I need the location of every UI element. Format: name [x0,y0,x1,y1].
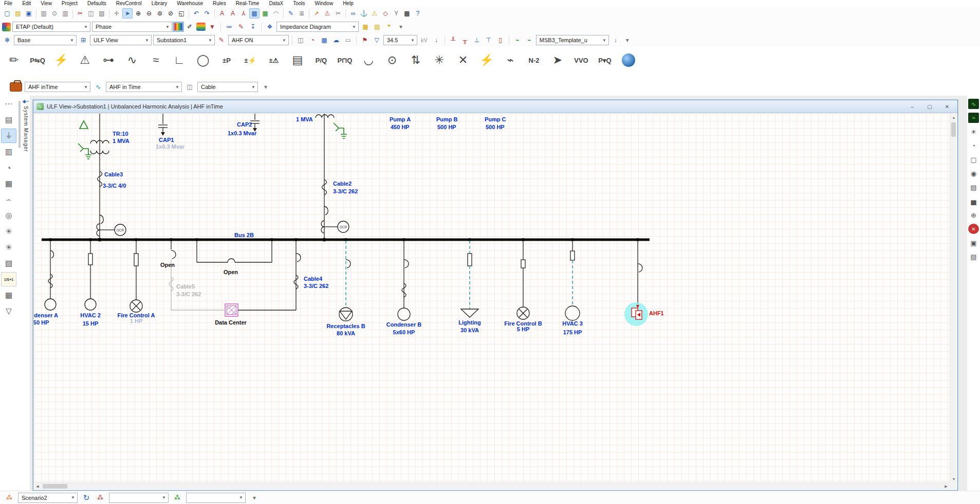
grid-options-icon[interactable]: ▦ [260,8,270,19]
menu-revcontrol[interactable]: RevControl [116,1,142,6]
datablock-grid-icon[interactable]: ▩ [402,8,412,19]
data-exchange-icon[interactable]: ▤ [968,251,979,262]
open-project-icon[interactable]: ▤ [13,8,23,19]
transfer-function-view-icon[interactable]: 1/S+1 [1,272,16,286]
load-flow-mode-icon[interactable]: P⇋Q [29,49,46,71]
menu-rules[interactable]: Rules [213,1,226,6]
edit-study-case-icon[interactable]: ✎ [216,35,227,45]
menu-view[interactable]: View [41,1,52,6]
battery-discharge-mode-icon[interactable]: ▤ [289,49,306,71]
copy-icon[interactable]: ◫ [86,8,96,19]
pan-icon[interactable]: ✛ [112,8,122,19]
color-dropper-icon[interactable]: ✐ [184,22,195,32]
unbalanced-load-flow-mode-icon[interactable]: ±P [218,49,235,71]
menu-edit[interactable]: Edit [22,1,31,6]
tie-open-switch[interactable] [197,241,272,262]
phase-combo[interactable]: Phase ▼ [92,22,172,32]
edit-properties-alt-icon[interactable]: A [228,8,238,19]
scroll-up-icon[interactable]: ▲ [950,114,957,121]
toolbar-overflow-icon[interactable]: ▾ [249,493,260,503]
toolbar-overflow-icon[interactable]: ▾ [622,35,633,45]
breaker-feeder2[interactable] [321,206,349,233]
ct-phase-a-icon[interactable]: ╨ [448,35,458,45]
scroll-down-icon[interactable]: ▼ [950,475,957,482]
stop-abort-icon[interactable]: ✕ [968,224,979,234]
anchor-icon[interactable]: ⚓ [359,8,369,19]
zoom-out-icon[interactable]: ⊖ [144,8,154,19]
star-auto-evaluation-mode-icon[interactable]: ◯ [194,49,212,71]
kv-apply-icon[interactable]: ↓ [431,35,441,45]
study-analyzer-icon[interactable]: ⊕ [968,210,979,220]
plug-connect-alt-icon[interactable]: ⌁ [524,35,534,45]
one-line-diagram-view-icon[interactable]: ⏚ [1,129,16,143]
toolbar-overflow-icon[interactable]: ▾ [396,22,406,32]
switch-open-mode-icon[interactable]: ✕ [454,49,472,71]
paste-icon[interactable]: ▧ [97,8,107,19]
copy-pages-icon[interactable]: ◫ [184,82,195,92]
study-macro-combo[interactable]: ▼ [109,493,169,503]
menu-warehouse[interactable]: Warehouse [177,1,203,6]
study-scenario-combo[interactable]: AHF inTime ▼ [25,82,90,92]
horizontal-scroll-thumb[interactable] [43,484,67,489]
rainbow-colors-icon[interactable] [196,23,206,31]
plug-connect-icon[interactable]: ⌁ [512,35,523,45]
system-manager-tab[interactable]: ◆» System Manager [22,99,30,152]
datablock-table-icon[interactable]: ▦ [360,22,371,32]
volt-var-optimization-mode-icon[interactable]: VVO [572,49,590,71]
menu-help[interactable]: Help [343,1,354,6]
base-snowflake-icon[interactable]: ✻ [2,35,12,45]
vertical-scroll-thumb[interactable] [951,122,956,137]
filter-icon[interactable]: ▽ [372,35,382,45]
project-view-icon[interactable]: ▤ [1,113,16,127]
arrow-marker-icon[interactable]: ▼ [207,22,217,32]
warning-icon[interactable]: ⚠ [369,8,380,19]
motor-acceleration-mode-icon[interactable]: ⊶ [100,49,117,71]
cloud-sync-icon[interactable]: ☁ [331,35,341,45]
zoom-window-icon[interactable]: ⊚ [155,8,165,19]
load-lighting[interactable] [461,241,478,317]
data-copy-icon[interactable]: ◫ [295,35,306,45]
load-condenser-b[interactable] [398,241,410,320]
study-case-combo[interactable]: AHF ON ▼ [228,35,289,45]
color-theme-icon[interactable] [174,23,183,31]
presentation-combo[interactable]: ULF View ▼ [90,35,152,45]
print-icon[interactable]: ▥ [39,8,49,19]
menu-realtime[interactable]: Real-Time [236,1,260,6]
menu-tools[interactable]: Tools [293,1,305,6]
vertical-scrollbar[interactable]: ▲ ▼ [950,114,957,482]
edit-marker-icon[interactable]: ✎ [236,22,246,32]
short-circuit-mode-icon[interactable]: ⚡ [52,49,70,71]
harmonic-analysis-mode-icon[interactable]: ∿ [123,49,141,71]
etap-logo-icon[interactable] [2,23,11,31]
volt-var-control-mode-icon[interactable]: P▾Q [596,49,614,71]
lock-toggle-icon[interactable]: ◠ [271,8,281,19]
grid-toggle-icon[interactable]: ▦ [249,8,260,19]
menu-defaults[interactable]: Defaults [87,1,106,6]
contingency-n2-mode-icon[interactable]: N-2 [525,49,543,71]
cable-pulling-view-icon[interactable]: ⌢ [1,192,16,207]
help-icon[interactable]: ? [413,8,423,19]
oneline-canvas[interactable]: TR:10 1 MVA CAP1 1x0.3 Mvar CAP2 1x0.3 M… [34,114,950,482]
load-hvac-2[interactable] [85,241,96,310]
new-document-icon[interactable]: ▢ [2,8,12,19]
time-slice-combo[interactable]: AHF in Time ▼ [106,82,182,92]
edit-properties-icon[interactable]: A [217,8,227,19]
railway-mode-icon[interactable]: ➤ [549,49,566,71]
annotation-pen-icon[interactable]: ✎ [286,8,296,19]
ground-grid-view-icon[interactable]: ▦ [1,176,16,191]
control-system-alt-view-icon[interactable]: ✳ [1,240,16,255]
alert-flag-icon[interactable]: ⚑ [360,35,370,45]
lightning-mode-icon[interactable]: ⚡ [478,49,495,71]
open-switch-datacenter[interactable] [171,241,176,259]
undo-icon[interactable]: ↶ [191,8,201,19]
template-apply-icon[interactable]: ↓ [611,35,621,45]
globe-report-icon[interactable]: ◔ [307,35,318,45]
cube-3d-icon[interactable]: ❖ [265,22,275,32]
line-parameter-mode-icon[interactable]: ⌁ [502,49,519,71]
filter-ahf1[interactable] [624,241,648,326]
star-protection-mode-icon[interactable]: ∟ [171,49,188,71]
breaker-feeder1[interactable] [97,215,126,236]
load-hvac-3[interactable] [565,241,580,320]
cable-ampacity-view-icon[interactable]: ◎ [1,208,16,223]
load-data-center[interactable] [225,304,238,316]
